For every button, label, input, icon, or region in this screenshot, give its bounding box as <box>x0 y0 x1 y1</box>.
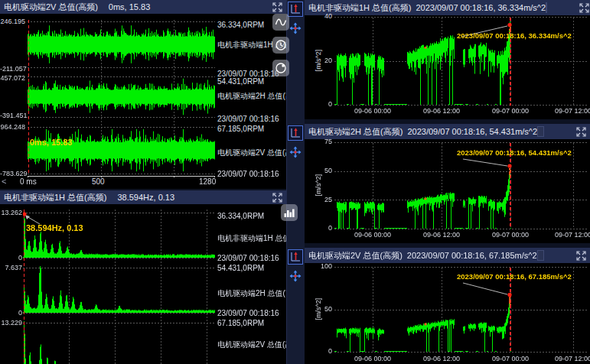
trend-3-ytick: 50 <box>311 305 332 313</box>
waveform-panel-title: 电机驱动端2V 总值(高频) <box>4 2 98 13</box>
trend-2-xtick: 09-07 00:00 <box>486 231 535 239</box>
trend-2-xtick: 09-06 00:00 <box>348 231 397 239</box>
spec-yzero-1: 0 <box>0 254 22 262</box>
trend-1-annotation: 2023/09/07 00:18:16, 36.334m/s^2 <box>457 31 572 40</box>
panel-divider-strip <box>286 0 305 364</box>
channel-name: 电机驱动端2H 总值(高频) <box>217 288 286 299</box>
waveform-mode-button[interactable] <box>272 14 289 31</box>
trend-2-ytick: 0 <box>311 224 332 232</box>
move-button[interactable] <box>289 146 302 158</box>
spectrum-cursor-annotation: 38.594Hz, 0.13 <box>26 223 83 232</box>
wave-ymax-2: 457.072 <box>0 74 25 82</box>
channel-name: 电机驱动端2V 总值(高频) <box>217 340 286 350</box>
trend-2-ytick: 25 <box>311 196 332 203</box>
trend-1-readout: 2023/09/07 00:18:16, 36.334m/s^2 <box>416 3 546 12</box>
wave-ymax-3: 964.248 <box>0 123 25 131</box>
expand-icon[interactable] <box>576 127 586 137</box>
expand-icon[interactable] <box>272 193 282 203</box>
channel-rpm: 36.334,0RPM <box>217 212 286 220</box>
trend-1-ytick: 0 <box>311 100 332 108</box>
channel-name: 电机驱动端2H 总值(高频) <box>217 91 286 102</box>
trend-3-xtick: 09-06 12:00 <box>417 355 466 362</box>
wave-xtick-1280: 1280 <box>199 177 216 186</box>
spectrum-cursor-readout: 38.594Hz, 0.13 <box>117 193 174 202</box>
trend-3-title: 电机驱动端2V 总值(高频) <box>308 250 403 262</box>
orbit-button[interactable] <box>272 60 289 76</box>
wave-xtick-0: 0 ms <box>20 177 37 186</box>
move-button[interactable] <box>289 22 302 34</box>
vibration-monitor-app: 电机驱动端2V 总值(高频) 0ms, 15.83 246.195 -211.0… <box>0 0 590 364</box>
channel-rpm: 54.431,0RPM <box>217 77 286 86</box>
spec-yzero-2: 0 <box>0 309 22 317</box>
trend-3-xtick: 09-07 12:00 <box>549 355 590 362</box>
spectrum-panel-titlebar: 电机非驱动端1H 总值(高频) 38.594Hz, 0.13 <box>0 190 286 204</box>
histogram-button[interactable] <box>281 204 298 221</box>
legend-checkbox[interactable] <box>537 250 544 261</box>
legend-checkbox[interactable] <box>537 126 544 137</box>
trend-1-xtick: 09-07 12:00 <box>549 107 590 115</box>
channel-name: 电机驱动端2V 总值(高频) <box>217 148 286 158</box>
trend-1-ytick: 20 <box>311 57 332 64</box>
trend-2-xtick: 09-06 12:00 <box>417 231 466 239</box>
channel-time: 23/09/07 00:18:16 <box>217 115 286 123</box>
trend-panel-1-titlebar: 电机非驱动端1H 总值(高频) 2023/09/07 00:18:16, 36.… <box>305 0 590 15</box>
wave-ymin-2: -391.451 <box>0 112 25 119</box>
scroll-left-arrow[interactable]: < <box>2 177 6 186</box>
trend-2-xtick: 09-07 12:00 <box>549 231 590 239</box>
trend-1-ytick: 40 <box>311 12 332 20</box>
wave-ymin-1: -211.057 <box>0 65 25 73</box>
legend-checkbox[interactable] <box>546 2 547 13</box>
wave-ymax-1: 246.195 <box>0 18 25 25</box>
trend-2-title: 电机驱动端2H 总值(高频) <box>308 126 403 138</box>
spec-ymax-3: 13.229 <box>0 319 22 327</box>
trend-3-xtick: 09-07 00:00 <box>486 355 535 362</box>
channel-rpm: 67.185,0RPM <box>217 319 286 327</box>
channel-name: 电机非驱动端1H 总值(高频) <box>217 233 286 244</box>
trend-3-ytick: 0 <box>311 347 332 355</box>
history-button[interactable] <box>272 37 289 54</box>
trend-3-ytick: 100 <box>311 262 332 270</box>
axis-cursor-button[interactable] <box>288 125 303 141</box>
trend-1-xtick: 09-06 12:00 <box>417 107 466 115</box>
trend-2-ytick: 75 <box>311 138 332 145</box>
axis-cursor-button[interactable] <box>288 2 303 17</box>
trend-3-annotation: 2023/09/07 00:18:16, 67.185m/s^2 <box>457 272 572 281</box>
spec-ymax-2: 7.637 <box>0 264 22 271</box>
channel-time: 23/09/07 00:18:16 <box>217 170 286 178</box>
channel-rpm: 67.185,0RPM <box>217 125 286 133</box>
trend-1-xtick: 09-07 00:00 <box>486 107 535 115</box>
channel-time: 23/09/07 00:18:16 <box>217 254 286 262</box>
axis-cursor-button[interactable] <box>288 249 303 265</box>
waveform-cursor-readout: 0ms, 15.83 <box>109 2 150 11</box>
channel-rpm: 54.431,0RPM <box>217 264 286 272</box>
expand-icon[interactable] <box>272 2 282 12</box>
waveform-panel-titlebar: 电机驱动端2V 总值(高频) 0ms, 15.83 <box>0 0 286 14</box>
move-button[interactable] <box>289 270 302 282</box>
channel-time: 23/09/07 00:18:16 <box>217 309 286 317</box>
trend-2-ytick: 50 <box>311 167 332 174</box>
waveform-cursor-annotation: 0ms, 15.83 <box>30 138 73 147</box>
spectrum-panel-title: 电机非驱动端1H 总值(高频) <box>4 192 106 203</box>
wave-xtick-500: 500 <box>92 177 105 186</box>
trend-panel-3-titlebar: 电机驱动端2V 总值(高频) 2023/09/07 00:18:16, 67.1… <box>305 248 590 263</box>
trend-plot-1[interactable] <box>334 16 588 106</box>
trend-2-annotation: 2023/09/07 00:18:16, 54.431m/s^2 <box>457 148 572 157</box>
trend-3-xtick: 09-06 00:00 <box>348 355 397 362</box>
trend-panel-2-titlebar: 电机驱动端2H 总值(高频) 2023/09/07 00:18:16, 54.4… <box>305 124 590 139</box>
spec-ymax-1: 13.262 <box>0 209 22 216</box>
expand-icon[interactable] <box>579 3 589 13</box>
trend-2-readout: 2023/09/07 00:18:16, 54.431m/s^2 <box>407 127 537 136</box>
trend-3-readout: 2023/09/07 00:18:16, 67.185m/s^2 <box>407 251 537 260</box>
trend-1-xtick: 09-06 00:00 <box>348 107 397 115</box>
expand-icon[interactable] <box>576 251 586 261</box>
waveform-plot[interactable] <box>28 18 215 177</box>
